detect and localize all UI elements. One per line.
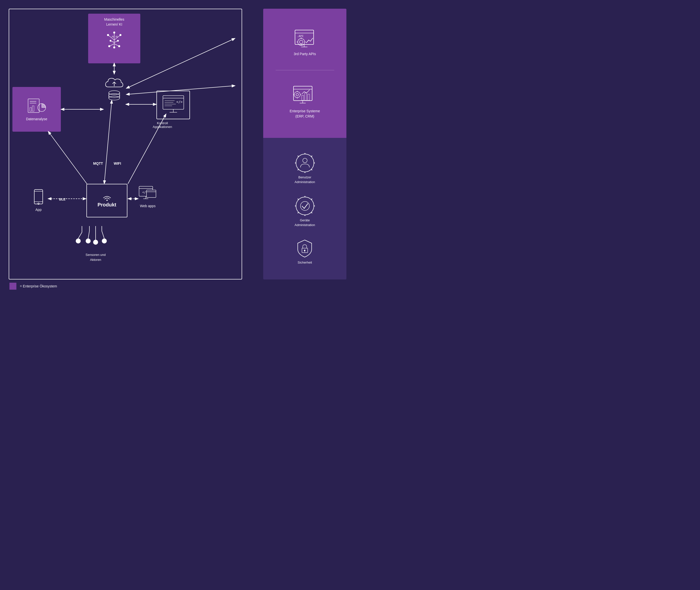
svg-point-60 <box>93 240 98 245</box>
web-apps-section: </> Web apps <box>138 185 158 208</box>
svg-point-105 <box>303 158 307 163</box>
svg-point-7 <box>113 31 115 33</box>
svg-point-8 <box>107 34 109 36</box>
ml-icon <box>103 29 125 51</box>
svg-point-85 <box>294 92 300 98</box>
svg-rect-19 <box>32 106 34 111</box>
legend-color-box <box>9 283 16 290</box>
svg-line-101 <box>298 156 299 157</box>
product-box: Produkt <box>87 184 127 217</box>
svg-rect-83 <box>294 86 312 101</box>
svg-rect-18 <box>30 108 31 111</box>
ble-label: BLE <box>59 197 66 201</box>
app-label: App <box>35 208 42 212</box>
legend: = Enterprise Ökosystem <box>9 283 57 290</box>
ml-ki-box: Maschinelles Lernen/ KI <box>88 14 140 63</box>
datenanalyse-label: Datenanalyse <box>26 117 47 121</box>
datenanalyse-box: Datenanalyse <box>12 87 61 132</box>
enterprise-label: Enterprise Systeme(ERP, CRM) <box>289 109 320 119</box>
svg-rect-93 <box>308 94 310 100</box>
security-icon <box>296 239 314 259</box>
svg-point-14 <box>113 46 115 48</box>
svg-point-59 <box>86 238 91 243</box>
user-admin-line2: Administration <box>295 180 315 184</box>
enterprise-icon <box>292 84 317 107</box>
svg-rect-92 <box>305 93 307 100</box>
svg-point-58 <box>76 238 81 243</box>
mqtt-label: MQTT <box>93 162 103 166</box>
svg-point-76 <box>300 40 303 44</box>
kontroll-box: </> <box>156 91 190 119</box>
ml-title-line1: Maschinelles <box>104 17 124 21</box>
legend-text: = Enterprise Ökosystem <box>20 284 57 288</box>
ml-title-line2: Lernen/ KI <box>106 22 122 26</box>
product-label: Produkt <box>98 202 116 208</box>
svg-point-25 <box>109 94 120 98</box>
device-admin-line1: Geräte <box>300 218 310 222</box>
user-admin-item: Benutzer Administration <box>295 153 315 185</box>
right-panel-bottom: Benutzer Administration <box>263 138 346 280</box>
user-admin-line1: Benutzer <box>298 175 311 179</box>
svg-point-86 <box>296 93 299 96</box>
svg-point-115 <box>301 201 310 210</box>
svg-point-96 <box>296 154 314 172</box>
svg-line-55 <box>88 231 89 238</box>
svg-point-117 <box>304 250 306 251</box>
svg-line-57 <box>102 231 104 238</box>
sensors-section: Sensoren und Aktoren <box>72 226 119 262</box>
data-analysis-icon <box>27 98 47 115</box>
svg-line-111 <box>298 199 299 199</box>
svg-point-106 <box>296 197 314 215</box>
user-admin-icon <box>295 153 315 173</box>
cloud-db-icon <box>102 73 127 101</box>
api-icon: .API <box>293 27 317 50</box>
svg-point-26 <box>109 96 120 100</box>
svg-rect-91 <box>302 95 304 100</box>
sensors-label-line2: Aktoren <box>90 258 101 262</box>
app-section: App <box>32 189 45 212</box>
api-label: 3rd Party APIs <box>294 52 316 56</box>
web-apps-label: Web apps <box>140 204 156 208</box>
svg-rect-48 <box>146 190 156 197</box>
svg-point-11 <box>118 45 120 47</box>
svg-line-103 <box>298 170 299 170</box>
svg-point-13 <box>117 40 119 42</box>
security-label: Sicherheit <box>298 261 312 264</box>
svg-line-54 <box>78 232 82 238</box>
svg-point-38 <box>106 200 108 201</box>
security-item: Sicherheit <box>296 239 314 264</box>
wifi-label: WIFI <box>114 162 121 166</box>
svg-point-10 <box>108 45 110 47</box>
device-admin-item: Geräte Administration <box>295 196 315 227</box>
device-admin-icon <box>295 196 315 216</box>
svg-line-102 <box>311 156 312 157</box>
kontroll-label: Kontroll Applikationen <box>153 121 172 129</box>
sensors-label-line1: Sensoren und <box>86 253 106 257</box>
svg-line-113 <box>298 212 299 213</box>
svg-text:.API: .API <box>297 34 304 38</box>
right-panel-top: .API 3rd Party APIs <box>263 9 346 138</box>
api-item: .API 3rd Party APIs <box>293 27 317 56</box>
svg-point-61 <box>102 238 107 243</box>
enterprise-item: Enterprise Systeme(ERP, CRM) <box>289 84 320 119</box>
svg-line-114 <box>311 212 312 213</box>
svg-text:</>: </> <box>176 100 183 104</box>
device-admin-line2: Administration <box>295 223 315 227</box>
svg-point-9 <box>119 34 121 36</box>
svg-line-2 <box>114 35 120 40</box>
svg-line-104 <box>311 170 312 170</box>
svg-point-12 <box>110 40 112 42</box>
svg-line-112 <box>311 199 312 199</box>
